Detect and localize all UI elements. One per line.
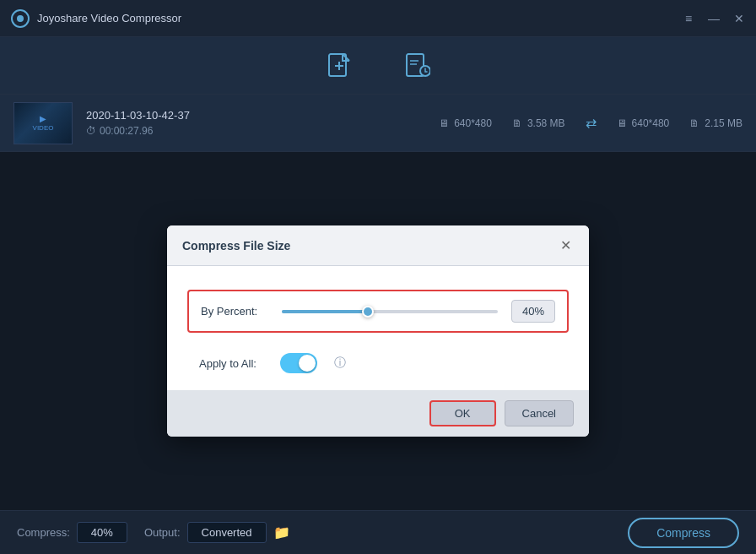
percent-value[interactable]: 40% (511, 300, 555, 323)
svg-point-1 (17, 15, 24, 22)
window-controls: ≡ — ✕ (682, 12, 746, 25)
file-size-icon: 🗎 (512, 117, 522, 129)
output-monitor-icon: 🖥 (617, 117, 627, 129)
file-meta: 🖥 640*480 🗎 3.58 MB ⇄ 🖥 640*480 🗎 2.15 M… (439, 115, 742, 131)
file-info: 2020-11-03-10-42-37 ⏱ 00:00:27.96 (86, 109, 425, 137)
menu-button[interactable]: ≡ (682, 12, 695, 25)
toolbar (0, 37, 756, 95)
apply-row: Apply to All: ⓘ (187, 353, 569, 373)
modal-header: Compress File Size ✕ (167, 225, 589, 266)
file-thumbnail: ▶ VIDEO (14, 102, 73, 144)
apply-to-all-toggle[interactable] (280, 353, 317, 373)
output-status-item: Output: Converted 📁 (144, 522, 290, 543)
percent-slider-track[interactable] (282, 310, 498, 313)
main-content: Compress File Size ✕ By Percent: 40% App… (0, 152, 756, 510)
file-duration: ⏱ 00:00:27.96 (86, 125, 425, 137)
source-size-item: 🗎 3.58 MB (512, 117, 565, 129)
status-bar: Compress: 40% Output: Converted 📁 Compre… (0, 510, 756, 554)
apply-to-all-label: Apply to All: (199, 357, 267, 370)
cancel-button[interactable]: Cancel (505, 400, 574, 426)
modal-close-button[interactable]: ✕ (557, 237, 574, 253)
app-logo (10, 8, 30, 29)
compress-file-size-modal: Compress File Size ✕ By Percent: 40% App… (167, 225, 589, 437)
file-name: 2020-11-03-10-42-37 (86, 109, 425, 122)
output-label: Output: (144, 526, 181, 539)
modal-body: By Percent: 40% Apply to All: ⓘ (167, 266, 589, 390)
add-file-button[interactable] (326, 52, 353, 79)
compress-value: 40% (77, 522, 127, 543)
output-size-item: 🗎 2.15 MB (689, 117, 742, 129)
toggle-thumb (299, 355, 316, 372)
output-resolution-item: 🖥 640*480 (617, 117, 670, 129)
source-resolution-item: 🖥 640*480 (439, 117, 492, 129)
convert-arrows-icon: ⇄ (586, 115, 597, 131)
modal-footer: OK Cancel (167, 390, 589, 437)
compress-button[interactable]: Compress (628, 518, 739, 548)
percent-row: By Percent: 40% (187, 290, 569, 333)
ok-button[interactable]: OK (429, 400, 496, 426)
slider-thumb[interactable] (362, 306, 374, 318)
title-bar: Joyoshare Video Compressor ≡ — ✕ (0, 0, 756, 37)
output-size: 2.15 MB (705, 117, 742, 129)
percent-label: By Percent: (201, 305, 268, 318)
source-resolution: 640*480 (454, 117, 492, 129)
conversion-history-button[interactable] (403, 52, 430, 79)
close-button[interactable]: ✕ (732, 12, 746, 25)
modal-overlay: Compress File Size ✕ By Percent: 40% App… (0, 152, 756, 510)
file-list: ▶ VIDEO 2020-11-03-10-42-37 ⏱ 00:00:27.9… (0, 95, 756, 152)
output-file-icon: 🗎 (689, 117, 699, 129)
folder-icon[interactable]: 📁 (273, 524, 290, 540)
minimize-button[interactable]: — (707, 12, 721, 25)
output-resolution: 640*480 (632, 117, 670, 129)
compress-status-item: Compress: 40% (17, 522, 127, 543)
arrow-item: ⇄ (586, 115, 597, 131)
clock-icon: ⏱ (86, 125, 96, 137)
info-icon[interactable]: ⓘ (334, 356, 346, 371)
modal-title: Compress File Size (182, 239, 290, 253)
compress-label: Compress: (17, 526, 70, 539)
monitor-icon: 🖥 (439, 117, 449, 129)
output-value: Converted (187, 522, 267, 543)
app-title: Joyoshare Video Compressor (37, 12, 682, 24)
slider-fill (282, 310, 368, 313)
source-size: 3.58 MB (527, 117, 565, 129)
